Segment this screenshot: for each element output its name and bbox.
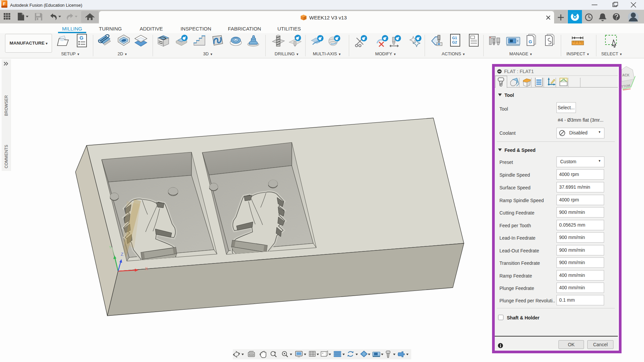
svg-text:Y: Y — [109, 245, 112, 249]
svg-text:Z: Z — [121, 252, 123, 257]
svg-text:X: X — [145, 266, 148, 271]
svg-text:ACK: ACK — [622, 73, 630, 77]
